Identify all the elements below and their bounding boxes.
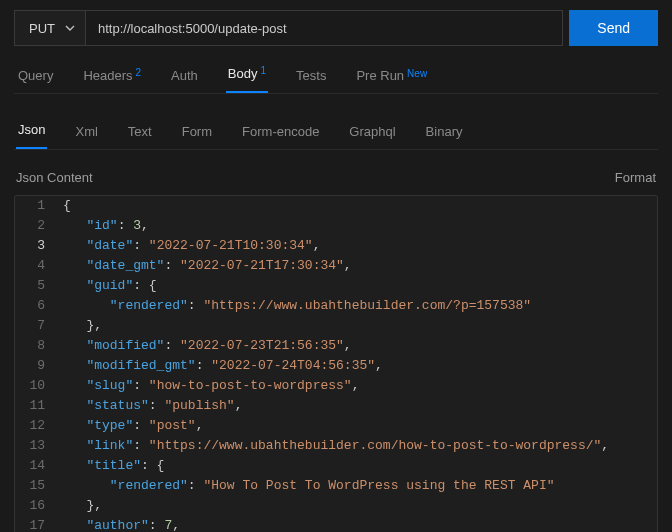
tab-label: Body (228, 66, 258, 81)
tab-badge: 2 (136, 67, 142, 78)
tab-label: Auth (171, 68, 198, 83)
line-code: "modified": "2022-07-23T21:56:35", (59, 336, 657, 356)
http-method-select[interactable]: PUT (14, 10, 86, 46)
tab-label: Graphql (349, 124, 395, 139)
editor-line[interactable]: 2 "id": 3, (15, 216, 657, 236)
line-number: 11 (15, 396, 59, 416)
editor-line[interactable]: 13 "link": "https://www.ubahthebuilder.c… (15, 436, 657, 456)
line-code: "type": "post", (59, 416, 657, 436)
line-number: 13 (15, 436, 59, 456)
line-number: 15 (15, 476, 59, 496)
tab-label: Xml (75, 124, 97, 139)
editor-line[interactable]: 5 "guid": { (15, 276, 657, 296)
editor-line[interactable]: 1{ (15, 196, 657, 216)
line-code: { (59, 196, 657, 216)
tab-badge: 1 (261, 65, 267, 76)
line-code: "date_gmt": "2022-07-21T17:30:34", (59, 256, 657, 276)
line-number: 5 (15, 276, 59, 296)
body-type-tabs: JsonXmlTextFormForm-encodeGraphqlBinary (14, 120, 658, 150)
body-tab-xml[interactable]: Xml (73, 124, 99, 149)
request-tabs: QueryHeaders2AuthBody1TestsPre RunNew (14, 64, 658, 94)
line-code: "id": 3, (59, 216, 657, 236)
chevron-down-icon (65, 23, 75, 33)
body-tab-form[interactable]: Form (180, 124, 214, 149)
send-button[interactable]: Send (569, 10, 658, 46)
editor-line[interactable]: 3 "date": "2022-07-21T10:30:34", (15, 236, 657, 256)
line-number: 10 (15, 376, 59, 396)
tab-pre-run[interactable]: Pre RunNew (354, 68, 429, 93)
line-number: 3 (15, 236, 59, 256)
tab-label: Json (18, 122, 45, 137)
line-code: "modified_gmt": "2022-07-24T04:56:35", (59, 356, 657, 376)
json-editor[interactable]: 1{2 "id": 3,3 "date": "2022-07-21T10:30:… (14, 195, 658, 532)
editor-line[interactable]: 8 "modified": "2022-07-23T21:56:35", (15, 336, 657, 356)
line-code: "title": { (59, 456, 657, 476)
tab-body[interactable]: Body1 (226, 66, 268, 93)
line-code: "author": 7, (59, 516, 657, 532)
content-title: Json Content (16, 170, 93, 185)
line-code: "status": "publish", (59, 396, 657, 416)
tab-label: Binary (426, 124, 463, 139)
tab-auth[interactable]: Auth (169, 68, 200, 93)
tab-label: Form (182, 124, 212, 139)
tab-query[interactable]: Query (16, 68, 55, 93)
tab-label: Tests (296, 68, 326, 83)
editor-line[interactable]: 12 "type": "post", (15, 416, 657, 436)
tab-label: Form-encode (242, 124, 319, 139)
line-number: 8 (15, 336, 59, 356)
body-tab-form-encode[interactable]: Form-encode (240, 124, 321, 149)
content-header: Json Content Format (14, 170, 658, 185)
editor-line[interactable]: 15 "rendered": "How To Post To WordPress… (15, 476, 657, 496)
url-input[interactable] (86, 10, 563, 46)
editor-line[interactable]: 7 }, (15, 316, 657, 336)
line-number: 6 (15, 296, 59, 316)
editor-line[interactable]: 11 "status": "publish", (15, 396, 657, 416)
tab-label: Pre Run (356, 68, 404, 83)
line-number: 1 (15, 196, 59, 216)
tab-label: Text (128, 124, 152, 139)
editor-line[interactable]: 4 "date_gmt": "2022-07-21T17:30:34", (15, 256, 657, 276)
http-method-label: PUT (29, 21, 55, 36)
editor-line[interactable]: 10 "slug": "how-to-post-to-wordpress", (15, 376, 657, 396)
tab-headers[interactable]: Headers2 (81, 68, 143, 93)
line-number: 12 (15, 416, 59, 436)
line-number: 4 (15, 256, 59, 276)
tab-tests[interactable]: Tests (294, 68, 328, 93)
request-bar: PUT Send (14, 10, 658, 46)
editor-line[interactable]: 9 "modified_gmt": "2022-07-24T04:56:35", (15, 356, 657, 376)
body-tab-json[interactable]: Json (16, 122, 47, 149)
line-number: 17 (15, 516, 59, 532)
line-number: 9 (15, 356, 59, 376)
tab-label: Query (18, 68, 53, 83)
line-code: "link": "https://www.ubahthebuilder.com/… (59, 436, 657, 456)
line-number: 14 (15, 456, 59, 476)
line-number: 7 (15, 316, 59, 336)
editor-line[interactable]: 17 "author": 7, (15, 516, 657, 532)
line-code: "rendered": "https://www.ubahthebuilder.… (59, 296, 657, 316)
editor-line[interactable]: 6 "rendered": "https://www.ubahthebuilde… (15, 296, 657, 316)
body-tab-binary[interactable]: Binary (424, 124, 465, 149)
line-code: "guid": { (59, 276, 657, 296)
line-code: }, (59, 316, 657, 336)
editor-line[interactable]: 14 "title": { (15, 456, 657, 476)
tab-badge: New (407, 68, 427, 79)
editor-line[interactable]: 16 }, (15, 496, 657, 516)
line-number: 16 (15, 496, 59, 516)
tab-label: Headers (83, 68, 132, 83)
line-number: 2 (15, 216, 59, 236)
line-code: "rendered": "How To Post To WordPress us… (59, 476, 657, 496)
line-code: }, (59, 496, 657, 516)
line-code: "slug": "how-to-post-to-wordpress", (59, 376, 657, 396)
line-code: "date": "2022-07-21T10:30:34", (59, 236, 657, 256)
body-tab-graphql[interactable]: Graphql (347, 124, 397, 149)
format-button[interactable]: Format (615, 170, 656, 185)
body-tab-text[interactable]: Text (126, 124, 154, 149)
